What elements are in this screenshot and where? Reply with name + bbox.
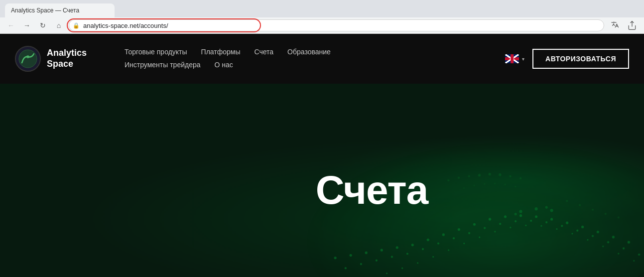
svg-point-63 — [514, 213, 516, 215]
nav-item-trading-products[interactable]: Торговые продукты — [120, 46, 192, 58]
svg-point-26 — [390, 256, 392, 258]
svg-point-39 — [591, 235, 593, 237]
svg-point-38 — [576, 229, 578, 231]
svg-point-8 — [411, 244, 413, 246]
hero-section: Счета — [0, 84, 644, 277]
nav-item-trader-tools[interactable]: Инструменты трейдера — [120, 59, 206, 71]
svg-point-12 — [473, 223, 475, 225]
svg-point-9 — [426, 238, 429, 241]
svg-point-6 — [380, 249, 383, 251]
svg-point-20 — [596, 231, 599, 233]
svg-point-69 — [488, 173, 491, 175]
svg-point-53 — [540, 225, 542, 226]
svg-point-5 — [365, 251, 367, 254]
svg-point-43 — [386, 273, 387, 274]
svg-point-52 — [525, 224, 526, 226]
svg-point-4 — [349, 254, 352, 256]
svg-point-40 — [607, 241, 609, 243]
svg-point-47 — [447, 249, 449, 251]
svg-point-30 — [452, 237, 454, 239]
svg-point-16 — [534, 215, 537, 218]
svg-point-48 — [463, 243, 464, 244]
svg-point-62 — [550, 209, 553, 212]
svg-point-75 — [484, 183, 485, 185]
svg-point-14 — [504, 215, 506, 218]
nav-item-platforms[interactable]: Платформы — [196, 46, 246, 58]
svg-point-27 — [406, 253, 408, 255]
svg-point-83 — [617, 216, 619, 218]
svg-point-3 — [334, 257, 336, 259]
svg-point-57 — [602, 246, 604, 247]
address-bar[interactable] — [69, 19, 604, 31]
svg-point-44 — [401, 267, 402, 269]
browser-chrome: Analytics Space — Счета ← → ↻ ⌂ 🔒 — [0, 0, 644, 34]
svg-point-28 — [421, 248, 423, 250]
svg-point-68 — [478, 174, 480, 176]
svg-point-35 — [529, 220, 531, 222]
share-button[interactable] — [625, 18, 639, 32]
svg-point-37 — [560, 225, 562, 227]
svg-point-59 — [633, 260, 635, 262]
svg-point-82 — [604, 213, 606, 215]
logo-area[interactable]: Analytics Space — [15, 46, 95, 72]
nav-item-accounts[interactable]: Счета — [249, 46, 278, 58]
svg-point-61 — [534, 207, 537, 210]
svg-point-24 — [360, 263, 362, 265]
svg-point-41 — [623, 247, 625, 249]
refresh-button[interactable]: ↻ — [37, 19, 49, 31]
home-button[interactable]: ⌂ — [53, 19, 65, 31]
svg-point-58 — [618, 253, 619, 254]
svg-point-0 — [19, 50, 37, 68]
back-button[interactable]: ← — [5, 19, 17, 31]
nav-item-about[interactable]: О нас — [210, 59, 238, 71]
nav-row-1: Торговые продукты Платформы Счета Образо… — [120, 46, 490, 58]
svg-point-78 — [515, 186, 516, 187]
logo-icon — [15, 46, 41, 72]
svg-point-55 — [571, 233, 573, 234]
svg-point-45 — [416, 262, 418, 264]
svg-point-73 — [463, 187, 464, 189]
svg-point-42 — [638, 254, 640, 256]
svg-point-13 — [488, 218, 491, 220]
nav-row-2: Инструменты трейдера О нас — [120, 59, 490, 71]
svg-point-76 — [494, 183, 495, 184]
svg-point-65 — [447, 179, 449, 181]
svg-point-56 — [587, 239, 588, 240]
nav-menu: Торговые продукты Платформы Счета Образо… — [120, 46, 490, 72]
auth-button[interactable]: АВТОРИЗОВАТЬСЯ — [532, 49, 629, 69]
svg-point-21 — [612, 236, 614, 238]
svg-point-74 — [473, 185, 475, 186]
nav-right: ▾ АВТОРИЗОВАТЬСЯ — [505, 49, 629, 69]
nav-item-education[interactable]: Образование — [282, 46, 336, 58]
browser-tabs: Analytics Space — Счета — [0, 0, 644, 17]
browser-tab[interactable]: Analytics Space — Счета — [5, 3, 115, 17]
lang-selector[interactable]: ▾ — [505, 54, 524, 63]
svg-point-18 — [565, 221, 568, 224]
svg-point-33 — [499, 223, 501, 225]
svg-point-32 — [483, 227, 485, 229]
translate-button[interactable] — [608, 18, 622, 32]
svg-point-1 — [26, 55, 29, 58]
svg-point-7 — [395, 246, 398, 249]
svg-point-34 — [514, 220, 516, 222]
flag-icon-uk — [505, 54, 519, 63]
svg-point-19 — [581, 226, 583, 228]
hero-title: Счета — [316, 167, 428, 213]
svg-point-64 — [545, 206, 547, 208]
svg-point-66 — [458, 177, 460, 179]
svg-point-72 — [519, 177, 521, 179]
svg-point-51 — [510, 227, 511, 228]
navbar: Analytics Space Торговые продукты Платфо… — [0, 34, 644, 84]
svg-point-80 — [579, 204, 581, 206]
browser-actions — [608, 18, 639, 32]
svg-point-71 — [509, 175, 511, 177]
browser-toolbar: ← → ↻ ⌂ 🔒 — [0, 17, 644, 33]
website: Analytics Space Торговые продукты Платфо… — [0, 34, 644, 277]
svg-point-67 — [468, 175, 470, 177]
svg-point-46 — [432, 256, 433, 258]
forward-button[interactable]: → — [21, 19, 33, 31]
svg-point-22 — [627, 241, 630, 244]
svg-point-25 — [375, 259, 377, 261]
lang-chevron: ▾ — [522, 56, 524, 62]
lock-icon: 🔒 — [73, 22, 80, 29]
